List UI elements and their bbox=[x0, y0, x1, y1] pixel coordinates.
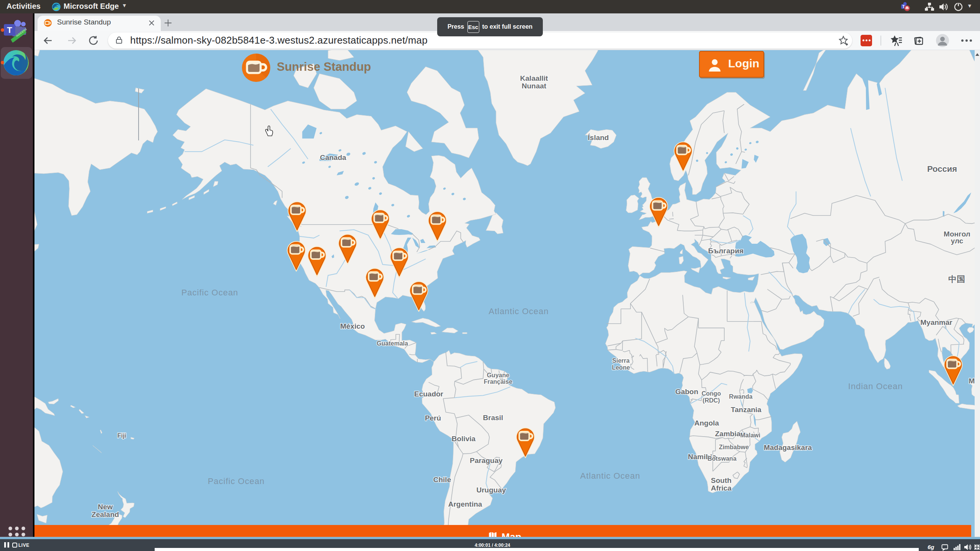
svg-text:New: New bbox=[98, 503, 113, 511]
svg-text:Canada: Canada bbox=[320, 153, 346, 161]
svg-text:Atlantic Ocean: Atlantic Ocean bbox=[488, 306, 549, 316]
svg-text:Paraguay: Paraguay bbox=[470, 456, 503, 465]
svg-text:Botswana: Botswana bbox=[707, 455, 737, 462]
svg-text:中国: 中国 bbox=[948, 274, 965, 284]
svg-text:T: T bbox=[7, 25, 12, 35]
svg-text:Bolivia: Bolivia bbox=[452, 435, 476, 443]
svg-text:Pacific Ocean: Pacific Ocean bbox=[181, 288, 238, 297]
svg-text:Angola: Angola bbox=[694, 419, 719, 427]
svg-text:Myanmar: Myanmar bbox=[920, 318, 952, 326]
svg-text:Ecuador: Ecuador bbox=[414, 390, 444, 398]
svg-text:Россия: Россия bbox=[927, 164, 957, 174]
svg-text:6g: 6g bbox=[928, 544, 934, 550]
svg-text:Guatemala: Guatemala bbox=[377, 340, 408, 347]
svg-text:Brasil: Brasil bbox=[483, 414, 503, 422]
svg-text:Malaysia: Malaysia bbox=[969, 377, 975, 385]
svg-text:Tanzania: Tanzania bbox=[731, 406, 761, 414]
svg-text:Zealand: Zealand bbox=[91, 510, 119, 518]
svg-text:Congo: Congo bbox=[702, 390, 721, 397]
svg-text:Perú: Perú bbox=[425, 414, 441, 422]
svg-text:México: México bbox=[340, 322, 365, 330]
svg-text:Atlantic Ocean: Atlantic Ocean bbox=[580, 471, 640, 481]
svg-text:Argentina: Argentina bbox=[448, 500, 482, 508]
svg-text:(RDC): (RDC) bbox=[702, 397, 720, 404]
svg-text:Malawi: Malawi bbox=[740, 432, 760, 439]
svg-text:Africa: Africa bbox=[711, 484, 732, 492]
svg-text:Gabon: Gabon bbox=[675, 388, 698, 396]
svg-text:Chile: Chile bbox=[433, 476, 451, 484]
svg-text:Zimbabwe: Zimbabwe bbox=[719, 444, 749, 450]
svg-text:Zambia: Zambia bbox=[715, 430, 741, 438]
svg-text:Guyane: Guyane bbox=[487, 372, 510, 378]
svg-text:Madagasikara: Madagasikara bbox=[764, 443, 812, 452]
svg-text:Fiji: Fiji bbox=[117, 432, 126, 439]
svg-text:Française: Française bbox=[484, 378, 513, 385]
svg-text:Rwanda: Rwanda bbox=[729, 393, 752, 400]
svg-text:Indian Ocean: Indian Ocean bbox=[848, 381, 903, 391]
svg-text:България: България bbox=[708, 247, 743, 255]
svg-text:South: South bbox=[711, 476, 732, 484]
svg-text:улс: улс bbox=[951, 237, 964, 245]
svg-text:Nunaat: Nunaat bbox=[522, 82, 547, 90]
svg-text:Ísland: Ísland bbox=[588, 134, 609, 142]
svg-text:Sierra: Sierra bbox=[612, 357, 629, 364]
svg-text:Leone: Leone bbox=[612, 364, 630, 371]
svg-text:Kalaallit: Kalaallit bbox=[520, 74, 549, 82]
svg-text:Pacific Ocean: Pacific Ocean bbox=[208, 476, 265, 486]
svg-text:Uruguay: Uruguay bbox=[476, 486, 506, 494]
